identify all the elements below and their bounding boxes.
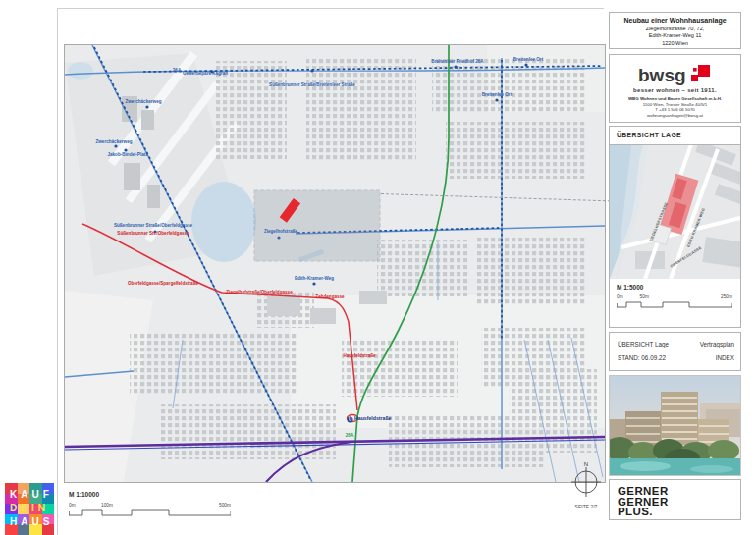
bwsg-logo-square-medium [691,75,698,81]
architect-logo: GERNER GERNER PLUS. [609,479,741,520]
overview-scale-label: M 1:5000 [617,284,733,291]
kaufdeinhaus-text: KAUFDEINHAUS [5,483,54,535]
minimap-labels-layer: ZIEGELHOFSTRASSEEDITH-KRAMER-WEGOBERFELD… [610,145,740,279]
map-labels-layer: Gewerbepark Kagran26ASüßenbrunner Straße… [65,45,605,482]
project-rendering [609,375,741,476]
bwsg-email[interactable]: wohnungsanfragen@bwsg.at [610,113,740,119]
map-label: Ziegelhofstraße/Oberfeldgasse [226,291,292,295]
map-label: Zwerchäckerweg [125,100,161,105]
map-label: Süßenbrunner Straße/Oberfeldgasse [114,224,192,229]
map-label: 26A [346,434,353,439]
map-label: Edith-Kramer-Weg [295,277,334,282]
map-label: Zehdengasse [315,295,344,300]
scale-tick-label: 50m [640,294,649,299]
ubahn-station-icon: U [348,417,353,423]
project-address-2: Edith-Kramer-Weg 11 [610,32,740,38]
minimap-street-label: EDITH-KRAMER-WEG [686,208,706,248]
plan-stand: STAND: 06.09.22 [618,354,666,361]
compass-icon [571,467,601,497]
map-label: Breitenlee Ort [513,58,543,63]
map-scale-label: M 1:10000 [69,491,236,498]
scale-tick-label: 250m [721,294,732,299]
map-label: Jakob-Bindel-Platz [107,153,147,158]
project-address-3: 1220 Wien [610,40,740,46]
scale-tick-label: 0m [617,294,623,299]
map-scale-block: M 1:10000 0m100m500m [69,491,236,519]
kaufdeinhaus-line: KAUF [10,490,53,500]
scale-tick-label: 100m [101,503,113,508]
minimap-street-label: ZIEGELHOFSTRASSE [649,201,669,241]
map-scalebar: 0m100m500m [69,504,236,519]
map-label: Oberfeldgasse/Spargelfeldstraße [128,282,198,287]
overview-heading: ÜBERSICHT LAGE [610,127,740,145]
bwsg-logo-text: bwsg [638,65,686,85]
overview-scale-block: M 1:5000 0m50m250m [610,279,740,311]
map-label: Gewerbepark Kagran [183,72,228,77]
architect-line-1: GERNER [618,486,740,497]
map-panel[interactable]: Gewerbepark Kagran26ASüßenbrunner Straße… [64,44,606,483]
architect-line-3: PLUS. [618,507,740,517]
map-label: Zwerchäckerweg [95,140,132,145]
project-address-1: Ziegelhofstrasse 70, 72, [610,26,740,31]
scale-tick-label: 0m [69,503,76,508]
bwsg-company: WBG Wohnen und Bauen Gesellschaft m.b.H. [610,96,740,102]
page-number: SEITE 2/7 [567,504,606,509]
bwsg-logo-square-small [693,68,697,72]
map-label: Hausfeldstraße [343,354,375,359]
map-label: Breitenlee Ort [482,93,512,98]
scale-tick-label: 500m [219,503,231,508]
rendering-graphic [610,376,740,475]
plan-info-block: ÜBERSICHT Lage Vertragsplan STAND: 06.09… [609,332,741,371]
map-label: Breitenleer Friedhof 26A [431,60,483,65]
compass-block: N SEITE 2/7 [567,461,606,509]
map-label: Ziegelhofstraße [264,230,297,235]
map-label: Süßenbrunner Str./Oberfeldgasse [117,232,189,237]
map-station-label: UHausfeldstraße [348,416,392,423]
map-label: 26A [173,69,181,74]
bwsg-block: bwsg besser wohnen – seit 1911. WBG Wohn… [609,54,741,123]
overview-minimap[interactable]: ZIEGELHOFSTRASSEEDITH-KRAMER-WEGOBERFELD… [610,145,740,279]
overview-scalebar: 0m50m250m [617,295,733,311]
plan-type: ÜBERSICHT Lage [618,341,669,348]
bwsg-slogan: besser wohnen – seit 1911. [610,87,740,93]
bwsg-logo-square-large [698,65,710,77]
overview-block: ÜBERSICHT LAGE [609,126,741,328]
minimap-street-label: OBERFELDGASSE [670,246,702,269]
title-block: Neubau einer Wohnhausanlage Ziegelhofstr… [609,12,741,49]
kaufdeinhaus-line: DEIN [10,504,49,513]
plan-contract: Vertragsplan [700,341,734,348]
bwsg-logo: bwsg [610,62,740,87]
map-label: Süßenbrunner Straße/Breitenleer Straße [269,83,355,88]
project-title: Neubau einer Wohnhausanlage [610,17,740,24]
plan-index: INDEX [716,354,734,361]
kaufdeinhaus-logo[interactable]: KAUFDEINHAUS [5,483,54,535]
kaufdeinhaus-line: HAUS [10,517,53,527]
